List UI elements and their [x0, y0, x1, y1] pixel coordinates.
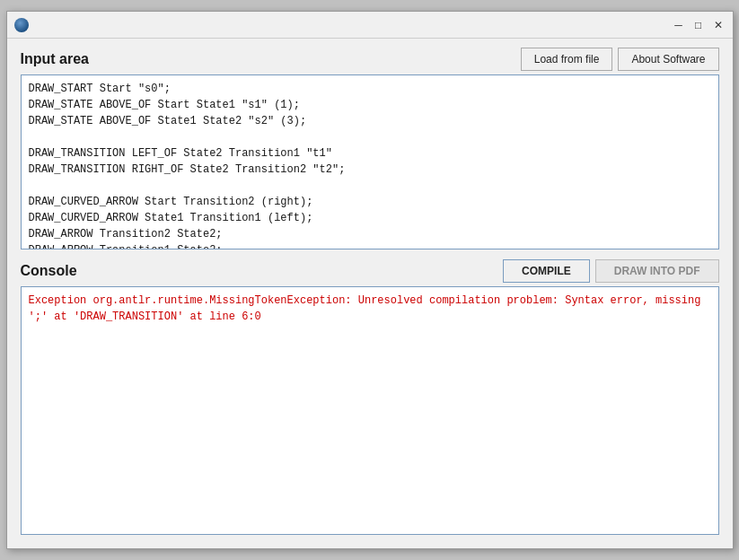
close-button[interactable]: ✕: [711, 18, 726, 32]
maximize-button[interactable]: □: [691, 18, 706, 32]
code-editor[interactable]: [21, 74, 719, 249]
title-bar-controls: ─ □ ✕: [672, 18, 726, 32]
console-section: Console COMPILE DRAW INTO PDF Exception …: [21, 259, 719, 535]
console-buttons: COMPILE DRAW INTO PDF: [503, 259, 718, 283]
about-software-button[interactable]: About Software: [618, 48, 718, 71]
title-bar: ─ □ ✕: [7, 12, 733, 39]
console-title: Console: [21, 263, 77, 279]
draw-into-pdf-button[interactable]: DRAW INTO PDF: [595, 259, 719, 283]
minimize-button[interactable]: ─: [672, 18, 686, 32]
input-area-buttons: Load from file About Software: [521, 48, 719, 71]
load-from-file-button[interactable]: Load from file: [521, 48, 613, 71]
console-header: Console COMPILE DRAW INTO PDF: [21, 259, 719, 283]
input-area-title: Input area: [21, 51, 89, 67]
compile-button[interactable]: COMPILE: [503, 259, 590, 283]
console-output: Exception org.antlr.runtime.MissingToken…: [21, 286, 719, 535]
content-area: Input area Load from file About Software…: [7, 39, 733, 548]
main-window: ─ □ ✕ Input area Load from file About So…: [6, 11, 734, 549]
console-text: Exception org.antlr.runtime.MissingToken…: [29, 294, 701, 323]
input-area-section: Input area Load from file About Software: [21, 48, 719, 252]
title-bar-left: [14, 18, 29, 32]
app-icon: [14, 18, 29, 32]
input-area-header: Input area Load from file About Software: [21, 48, 719, 71]
